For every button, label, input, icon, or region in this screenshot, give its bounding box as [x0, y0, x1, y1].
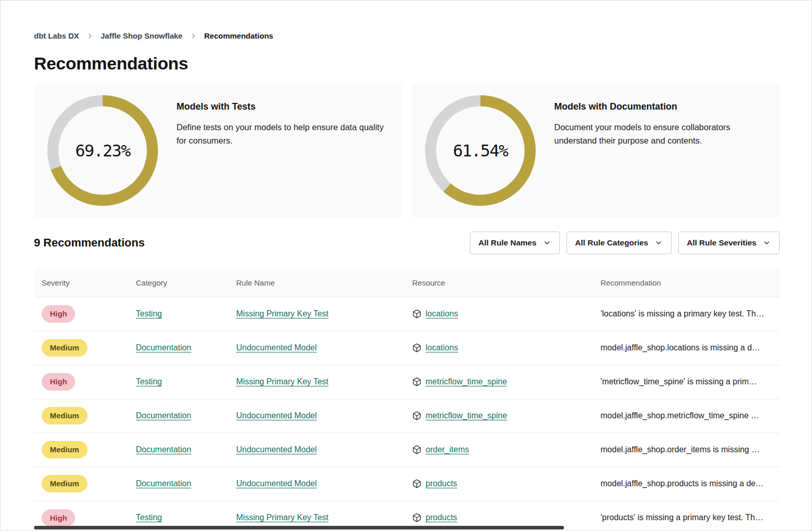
package-icon — [412, 513, 421, 522]
page-title: Recommendations — [34, 54, 780, 74]
recommendations-table: Severity Category Rule Name Resource Rec… — [34, 269, 780, 531]
category-link[interactable]: Documentation — [136, 445, 191, 454]
recommendation-text: 'metricflow_time_spine' is missing a pri… — [601, 377, 780, 386]
rule-name-link[interactable]: Undocumented Model — [236, 445, 317, 454]
rule-name-link[interactable]: Undocumented Model — [236, 411, 317, 420]
rule-categories-filter-dropdown[interactable]: All Rule Categories — [567, 232, 672, 254]
resource-link[interactable]: locations — [426, 343, 458, 352]
severity-badge: Medium — [42, 407, 87, 424]
breadcrumb-item-recommendations: Recommendations — [204, 31, 273, 40]
package-icon — [412, 377, 421, 386]
rule-name-link[interactable]: Missing Primary Key Test — [236, 377, 328, 386]
rule-names-filter-dropdown[interactable]: All Rule Names — [470, 232, 560, 254]
table-row: Medium Documentation Undocumented Model … — [34, 399, 780, 433]
resource-link[interactable]: order_items — [426, 445, 469, 454]
package-icon — [412, 309, 421, 318]
rule-severities-filter-dropdown[interactable]: All Rule Severities — [678, 232, 780, 254]
filter-bar: All Rule Names All Rule Categories All R… — [470, 232, 780, 254]
metric-cards: 69.23% Models with Tests Define tests on… — [34, 84, 780, 218]
models-with-tests-card: 69.23% Models with Tests Define tests on… — [34, 84, 402, 218]
column-header-rule-name: Rule Name — [236, 269, 412, 297]
package-icon — [412, 343, 421, 352]
recommendations-table-body: High Testing Missing Primary Key Test lo… — [34, 297, 780, 531]
recommendation-text: model.jaffle_shop.order_items is missing… — [601, 445, 780, 454]
resource-link[interactable]: metricflow_time_spine — [426, 411, 507, 420]
package-icon — [412, 411, 421, 420]
recommendation-text: model.jaffle_shop.locations is missing a… — [601, 343, 780, 352]
resource-link[interactable]: products — [426, 513, 457, 522]
table-row: Medium Documentation Undocumented Model … — [34, 467, 780, 501]
documentation-donut-chart: 61.54% — [425, 95, 536, 206]
rule-name-link[interactable]: Missing Primary Key Test — [236, 513, 328, 522]
column-header-category: Category — [136, 269, 236, 297]
models-with-documentation-card: 61.54% Models with Documentation Documen… — [412, 84, 780, 218]
card-title: Models with Tests — [176, 101, 390, 112]
severity-badge: High — [42, 373, 75, 391]
resource-link[interactable]: locations — [426, 309, 458, 318]
recommendation-text: model.jaffle_shop.metricflow_time_spine … — [601, 411, 780, 420]
recommendation-text: 'products' is missing a primary key test… — [601, 513, 780, 522]
package-icon — [412, 445, 421, 454]
severity-badge: Medium — [42, 441, 87, 458]
column-header-recommendation: Recommendation — [601, 269, 780, 297]
chevron-right-icon — [190, 32, 197, 40]
severity-badge: Medium — [42, 339, 87, 357]
recommendations-count-heading: 9 Recommendations — [34, 236, 145, 250]
table-header-row: Severity Category Rule Name Resource Rec… — [34, 269, 780, 297]
horizontal-scrollbar[interactable] — [34, 526, 564, 529]
category-link[interactable]: Testing — [136, 377, 162, 386]
column-header-severity: Severity — [34, 269, 136, 297]
rule-name-link[interactable]: Missing Primary Key Test — [236, 309, 328, 318]
card-description: Define tests on your models to help ensu… — [176, 121, 390, 147]
recommendations-page: dbt Labs DX Jaffle Shop Snowflake Recomm… — [0, 0, 812, 531]
table-row: Medium Documentation Undocumented Model … — [34, 433, 780, 467]
column-header-resource: Resource — [412, 269, 601, 297]
filter-label: All Rule Names — [479, 238, 537, 247]
package-icon — [412, 479, 421, 488]
severity-badge: High — [42, 509, 75, 527]
table-row: Medium Documentation Undocumented Model … — [34, 331, 780, 365]
card-title: Models with Documentation — [554, 101, 760, 112]
filter-label: All Rule Categories — [575, 238, 648, 247]
chevron-down-icon — [543, 239, 551, 247]
recommendation-text: 'locations' is missing a primary key tes… — [601, 309, 780, 318]
card-description: Document your models to ensure collabora… — [554, 121, 760, 147]
category-link[interactable]: Documentation — [136, 411, 191, 420]
documentation-percent-value: 61.54% — [425, 95, 536, 206]
category-link[interactable]: Testing — [136, 513, 162, 522]
resource-link[interactable]: metricflow_time_spine — [426, 377, 507, 386]
breadcrumb: dbt Labs DX Jaffle Shop Snowflake Recomm… — [34, 1, 780, 40]
table-row: High Testing Missing Primary Key Test me… — [34, 365, 780, 399]
category-link[interactable]: Documentation — [136, 479, 191, 488]
recommendation-text: model.jaffle_shop.products is missing a … — [601, 479, 780, 488]
chevron-right-icon — [86, 32, 94, 40]
category-link[interactable]: Documentation — [136, 343, 191, 352]
table-row: High Testing Missing Primary Key Test lo… — [34, 297, 780, 331]
chevron-down-icon — [763, 239, 771, 247]
rule-name-link[interactable]: Undocumented Model — [236, 479, 317, 488]
tests-donut-chart: 69.23% — [47, 95, 158, 206]
rule-name-link[interactable]: Undocumented Model — [236, 343, 317, 352]
breadcrumb-item-jaffle-shop-snowflake[interactable]: Jaffle Shop Snowflake — [101, 31, 183, 40]
breadcrumb-item-dbt-labs-dx[interactable]: dbt Labs DX — [34, 31, 79, 40]
resource-link[interactable]: products — [426, 479, 457, 488]
severity-badge: Medium — [42, 475, 87, 492]
filter-label: All Rule Severities — [687, 238, 756, 247]
chevron-down-icon — [655, 239, 663, 247]
category-link[interactable]: Testing — [136, 309, 162, 318]
tests-percent-value: 69.23% — [47, 95, 158, 206]
severity-badge: High — [42, 305, 75, 323]
